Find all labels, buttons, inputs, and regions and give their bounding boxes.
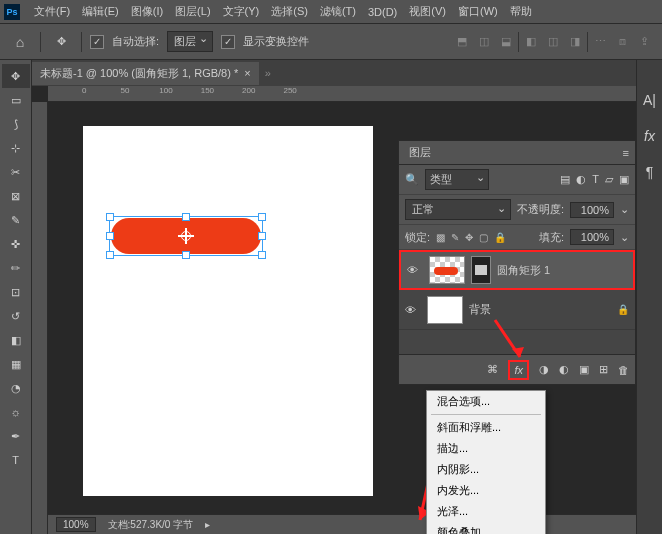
lock-position-icon[interactable]: ✥ <box>465 232 473 243</box>
blur-tool[interactable]: ◔ <box>2 376 30 400</box>
transform-handle-tm[interactable] <box>182 213 190 221</box>
layer-fx-button[interactable]: fx <box>508 360 529 380</box>
more-options-icon[interactable]: ⋯ <box>590 32 610 52</box>
filter-type-select[interactable]: 类型 <box>425 169 489 190</box>
tabs-overflow-icon[interactable]: » <box>259 67 277 79</box>
paragraph-panel-icon[interactable]: ¶ <box>640 162 660 182</box>
layer-thumbnail[interactable] <box>427 296 463 324</box>
lock-all-icon[interactable]: 🔒 <box>494 232 506 243</box>
lock-brush-icon[interactable]: ✎ <box>451 232 459 243</box>
artboard[interactable] <box>83 126 373 496</box>
chevron-down-icon[interactable]: ⌄ <box>620 231 629 244</box>
mode-3d-icon[interactable]: ⧈ <box>612 32 632 52</box>
share-icon[interactable]: ⇪ <box>634 32 654 52</box>
layers-tab[interactable]: 图层 <box>399 141 441 164</box>
group-icon[interactable]: ▣ <box>579 363 589 376</box>
filter-adjustment-icon[interactable]: ◐ <box>576 173 586 186</box>
transform-handle-bl[interactable] <box>106 251 114 259</box>
home-icon[interactable]: ⌂ <box>8 30 32 54</box>
eraser-tool[interactable]: ◧ <box>2 328 30 352</box>
align-right-icon[interactable]: ◨ <box>565 32 585 52</box>
align-center-icon[interactable]: ◫ <box>543 32 563 52</box>
filter-pixel-icon[interactable]: ▤ <box>560 173 570 186</box>
transform-center-icon[interactable] <box>178 228 194 244</box>
show-transform-checkbox[interactable] <box>221 35 235 49</box>
frame-tool[interactable]: ⊠ <box>2 184 30 208</box>
transform-handle-bm[interactable] <box>182 251 190 259</box>
menu-image[interactable]: 图像(I) <box>125 4 169 19</box>
align-middle-icon[interactable]: ◫ <box>474 32 494 52</box>
transform-bounding-box[interactable] <box>109 216 263 256</box>
menu-type[interactable]: 文字(Y) <box>217 4 266 19</box>
healing-tool[interactable]: ✜ <box>2 232 30 256</box>
new-layer-icon[interactable]: ⊞ <box>599 363 608 376</box>
chevron-down-icon[interactable]: ⌄ <box>620 203 629 216</box>
close-icon[interactable]: × <box>244 67 250 79</box>
align-top-icon[interactable]: ⬒ <box>452 32 472 52</box>
transform-handle-tl[interactable] <box>106 213 114 221</box>
move-tool[interactable]: ✥ <box>2 64 30 88</box>
lock-icon[interactable]: 🔒 <box>617 304 629 315</box>
align-bottom-icon[interactable]: ⬓ <box>496 32 516 52</box>
blend-mode-select[interactable]: 正常 <box>405 199 511 220</box>
move-tool-icon[interactable]: ✥ <box>49 30 73 54</box>
gradient-tool[interactable]: ▦ <box>2 352 30 376</box>
menu-layer[interactable]: 图层(L) <box>169 4 216 19</box>
menu-view[interactable]: 视图(V) <box>403 4 452 19</box>
adjustment-layer-icon[interactable]: ◐ <box>559 363 569 376</box>
quick-select-tool[interactable]: ⊹ <box>2 136 30 160</box>
fx-menu-inner-glow[interactable]: 内发光... <box>427 480 545 501</box>
vector-mask-thumbnail[interactable] <box>471 256 491 284</box>
search-icon[interactable]: 🔍 <box>405 173 419 186</box>
lasso-tool[interactable]: ⟆ <box>2 112 30 136</box>
menu-edit[interactable]: 编辑(E) <box>76 4 125 19</box>
menu-window[interactable]: 窗口(W) <box>452 4 504 19</box>
horizontal-ruler[interactable]: 0 50 100 150 200 250 <box>48 86 636 102</box>
brush-tool[interactable]: ✏ <box>2 256 30 280</box>
document-tab[interactable]: 未标题-1 @ 100% (圆角矩形 1, RGB/8) * × <box>32 62 259 85</box>
menu-filter[interactable]: 滤镜(T) <box>314 4 362 19</box>
transform-handle-mr[interactable] <box>258 232 266 240</box>
link-layers-icon[interactable]: ⌘ <box>487 363 498 376</box>
visibility-toggle-icon[interactable]: 👁 <box>405 304 421 316</box>
panel-menu-icon[interactable]: ≡ <box>617 147 635 159</box>
history-brush-tool[interactable]: ↺ <box>2 304 30 328</box>
fx-menu-bevel[interactable]: 斜面和浮雕... <box>427 417 545 438</box>
crop-tool[interactable]: ✂ <box>2 160 30 184</box>
align-left-icon[interactable]: ◧ <box>521 32 541 52</box>
fill-field[interactable]: 100% <box>570 229 614 245</box>
filter-shape-icon[interactable]: ▱ <box>605 173 613 186</box>
menu-file[interactable]: 文件(F) <box>28 4 76 19</box>
stamp-tool[interactable]: ⊡ <box>2 280 30 304</box>
lock-artboard-icon[interactable]: ▢ <box>479 232 488 243</box>
fx-menu-color-overlay[interactable]: 颜色叠加... <box>427 522 545 534</box>
type-tool[interactable]: T <box>2 448 30 472</box>
layer-mask-icon[interactable]: ◑ <box>539 363 549 376</box>
layer-thumbnail[interactable] <box>429 256 465 284</box>
styles-panel-icon[interactable]: fx <box>640 126 660 146</box>
layer-item-shape[interactable]: 👁 圆角矩形 1 <box>399 250 635 290</box>
lock-transparency-icon[interactable]: ▩ <box>436 232 445 243</box>
delete-layer-icon[interactable]: 🗑 <box>618 364 629 376</box>
auto-select-checkbox[interactable] <box>90 35 104 49</box>
layer-name[interactable]: 背景 <box>469 302 611 317</box>
menu-select[interactable]: 选择(S) <box>265 4 314 19</box>
transform-handle-tr[interactable] <box>258 213 266 221</box>
marquee-tool[interactable]: ▭ <box>2 88 30 112</box>
type-panel-icon[interactable]: A| <box>640 90 660 110</box>
dodge-tool[interactable]: ☼ <box>2 400 30 424</box>
auto-select-target[interactable]: 图层 <box>167 31 213 52</box>
filter-smart-icon[interactable]: ▣ <box>619 173 629 186</box>
fx-menu-blending-options[interactable]: 混合选项... <box>427 391 545 412</box>
opacity-field[interactable]: 100% <box>570 202 614 218</box>
layer-name[interactable]: 圆角矩形 1 <box>497 263 627 278</box>
transform-handle-br[interactable] <box>258 251 266 259</box>
zoom-level[interactable]: 100% <box>56 517 96 532</box>
transform-handle-ml[interactable] <box>106 232 114 240</box>
status-chevron-icon[interactable]: ▸ <box>205 519 210 530</box>
visibility-toggle-icon[interactable]: 👁 <box>407 264 423 276</box>
vertical-ruler[interactable] <box>32 102 48 534</box>
eyedropper-tool[interactable]: ✎ <box>2 208 30 232</box>
menu-help[interactable]: 帮助 <box>504 4 538 19</box>
layer-item-background[interactable]: 👁 背景 🔒 <box>399 290 635 330</box>
